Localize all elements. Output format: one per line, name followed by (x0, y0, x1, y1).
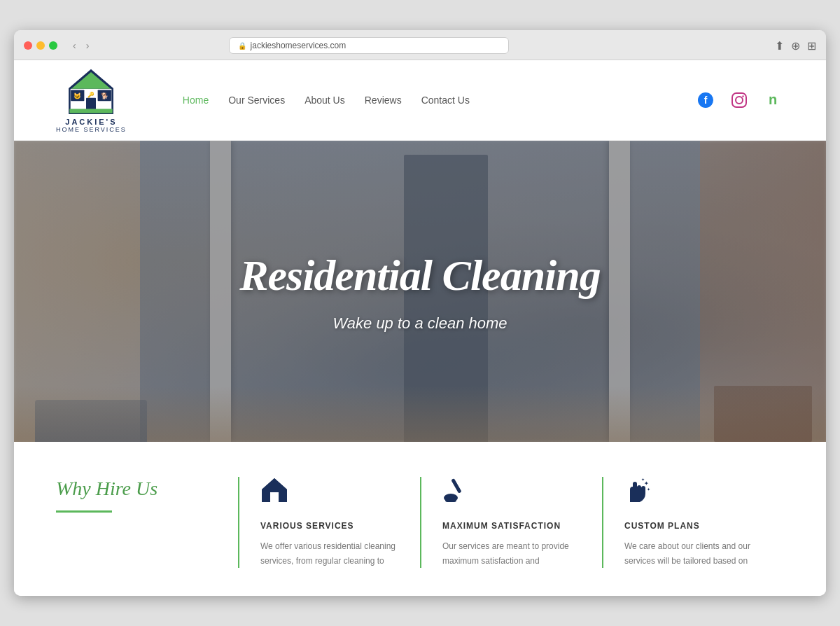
browser-actions: ⬆ ⊕ ⊞ (775, 39, 816, 53)
service-desc-various: We offer various residential cleaning se… (260, 539, 399, 568)
svg-text:f: f (704, 95, 708, 106)
social-icons: f n (694, 89, 784, 111)
svg-rect-9 (70, 109, 113, 113)
hero-title: Residential Cleaning (239, 251, 601, 300)
why-hire-title: Why Hire Us (56, 477, 217, 501)
svg-marker-18 (262, 478, 287, 489)
main-nav: Home Our Services About Us Reviews Conta… (183, 95, 470, 106)
title-underline (56, 510, 112, 513)
service-items-list: VARIOUS SERVICES We offer various reside… (238, 477, 784, 568)
svg-rect-21 (445, 496, 456, 502)
svg-text:🐕: 🐕 (101, 92, 108, 100)
nav-about[interactable]: About Us (304, 95, 345, 106)
service-icon-house (260, 477, 399, 510)
hero-subtitle: Wake up to a clean home (239, 314, 601, 333)
service-icon-hand: ✦ ✦ ✦ (624, 477, 763, 510)
service-item-various: VARIOUS SERVICES We offer various reside… (238, 477, 420, 568)
address-bar[interactable]: 🔒 jackieshomeservices.com (229, 37, 509, 54)
svg-text:n: n (769, 92, 777, 107)
svg-text:✦: ✦ (641, 478, 645, 482)
nav-contact[interactable]: Contact Us (421, 95, 470, 106)
svg-text:🔑: 🔑 (88, 91, 94, 98)
dot-minimize[interactable] (36, 41, 45, 50)
hero-content: Residential Cleaning Wake up to a clean … (239, 251, 601, 333)
website-content: 🐱 🐕 🔑 JACKIE'S HOME SERVICES (14, 60, 826, 596)
browser-chrome: ‹ › 🔒 jackieshomeservices.com ⬆ ⊕ ⊞ (14, 30, 826, 60)
svg-text:🐱: 🐱 (74, 92, 82, 100)
service-desc-custom: We care about our clients and our servic… (624, 539, 763, 568)
share-icon[interactable]: ⬆ (775, 39, 784, 53)
nav-reviews[interactable]: Reviews (365, 95, 402, 106)
logo-image: 🐱 🐕 🔑 (66, 67, 115, 116)
new-tab-icon[interactable]: ⊕ (791, 39, 800, 53)
browser-window: ‹ › 🔒 jackieshomeservices.com ⬆ ⊕ ⊞ (14, 30, 826, 596)
svg-text:✦: ✦ (647, 487, 650, 492)
service-name-custom: CUSTOM PLANS (624, 521, 763, 531)
nav-services[interactable]: Our Services (228, 95, 285, 106)
svg-marker-2 (71, 72, 111, 89)
browser-nav-buttons: ‹ › (70, 39, 92, 53)
service-item-satisfaction: MAXIMUM SATISFACTION Our services are me… (420, 477, 602, 568)
svg-point-14 (742, 95, 743, 97)
logo-text: JACKIE'S HOME SERVICES (56, 118, 127, 133)
services-section: Why Hire Us VARIOUS SERVICES We offer va… (14, 442, 826, 596)
svg-text:✦: ✦ (644, 480, 649, 487)
service-desc-satisfaction: Our services are meant to provide maximu… (442, 539, 581, 568)
svg-rect-17 (270, 492, 279, 502)
svg-point-13 (736, 97, 743, 104)
facebook-icon[interactable]: f (694, 89, 717, 111)
logo-area: 🐱 🐕 🔑 JACKIE'S HOME SERVICES (56, 67, 127, 133)
service-name-satisfaction: MAXIMUM SATISFACTION (442, 521, 581, 531)
site-header: 🐱 🐕 🔑 JACKIE'S HOME SERVICES (14, 60, 826, 141)
browser-dots (24, 41, 57, 50)
back-button[interactable]: ‹ (70, 39, 79, 53)
nav-home[interactable]: Home (183, 95, 209, 106)
dot-maximize[interactable] (49, 41, 57, 50)
hero-section: Residential Cleaning Wake up to a clean … (14, 141, 826, 442)
instagram-icon[interactable] (728, 89, 750, 111)
sidebar-icon[interactable]: ⊞ (807, 39, 816, 53)
dot-close[interactable] (24, 41, 32, 50)
why-hire-us-panel: Why Hire Us (56, 477, 238, 568)
url-text: jackieshomeservices.com (251, 41, 346, 50)
service-name-various: VARIOUS SERVICES (260, 521, 399, 531)
service-icon-broom (442, 477, 581, 510)
forward-button[interactable]: › (83, 39, 92, 53)
nextdoor-icon[interactable]: n (762, 89, 784, 111)
svg-rect-19 (451, 478, 461, 494)
svg-rect-12 (732, 93, 746, 107)
lock-icon: 🔒 (238, 42, 246, 50)
service-item-custom: ✦ ✦ ✦ CUSTOM PLANS We care about our cli… (602, 477, 784, 568)
